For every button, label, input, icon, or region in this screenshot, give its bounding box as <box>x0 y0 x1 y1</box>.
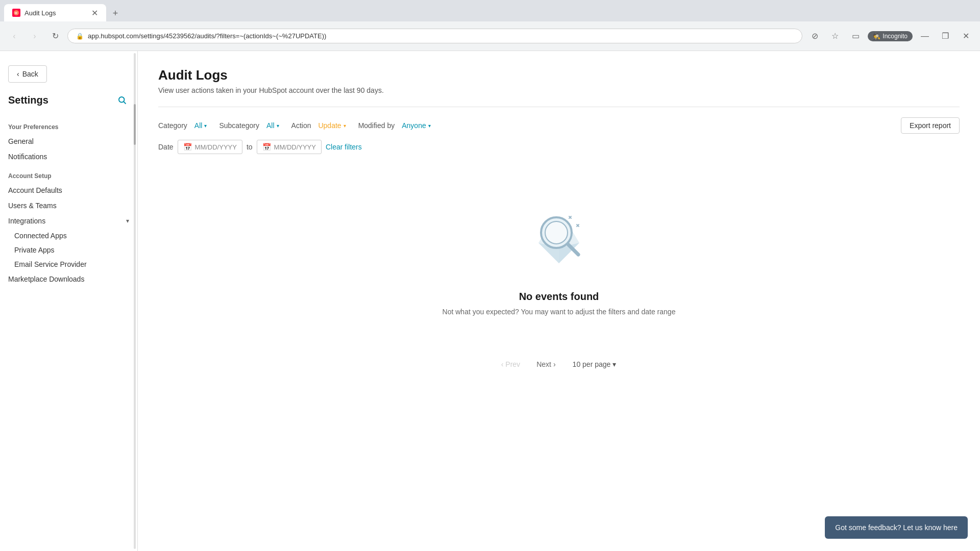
modified-by-filter-group: Modified by Anyone ▾ <box>358 119 435 132</box>
subcategory-filter-group: Subcategory All ▾ <box>219 119 283 132</box>
date-label: Date <box>158 143 174 151</box>
modified-by-value: Anyone <box>402 121 426 130</box>
minimize-btn[interactable]: — <box>917 28 933 44</box>
subcategory-value: All <box>266 121 275 130</box>
action-filter-group: Action Update ▾ <box>291 119 350 132</box>
page-title: Audit Logs <box>158 67 960 83</box>
sidebar-item-marketplace[interactable]: Marketplace Downloads <box>0 271 137 287</box>
action-dropdown[interactable]: Update ▾ <box>314 119 350 132</box>
empty-state-title: No events found <box>519 291 599 303</box>
tab-favicon: H <box>12 9 20 17</box>
sidebar-item-notifications[interactable]: Notifications <box>0 149 137 164</box>
sidebar-search-icon[interactable] <box>115 93 129 107</box>
calendar-to-icon: 📅 <box>262 143 271 151</box>
sidebar-item-integrations[interactable]: Integrations ▾ <box>0 213 137 229</box>
marketplace-label: Marketplace Downloads <box>8 275 84 283</box>
integrations-label: Integrations <box>8 217 45 225</box>
active-tab[interactable]: H Audit Logs ✕ <box>4 4 106 21</box>
profile-icon[interactable]: ▭ <box>847 28 864 44</box>
date-from-input[interactable]: 📅 MM/DD/YYYY <box>178 140 242 154</box>
category-label: Category <box>158 121 187 130</box>
sidebar-scrollbar[interactable] <box>133 51 136 551</box>
next-page-button[interactable]: Next › <box>531 357 560 371</box>
forward-nav-btn[interactable]: › <box>27 28 43 44</box>
per-page-label: 10 per page <box>573 360 611 368</box>
tab-title: Audit Logs <box>24 9 87 17</box>
date-from-placeholder: MM/DD/YYYY <box>195 143 237 151</box>
subcategory-dropdown[interactable]: All ▾ <box>262 119 283 132</box>
header-divider <box>158 107 960 107</box>
new-tab-button[interactable]: + <box>108 6 122 20</box>
lock-icon: 🔒 <box>76 33 84 40</box>
incognito-icon: 🕵 <box>873 33 880 40</box>
svg-point-2 <box>119 97 125 103</box>
sidebar-item-email-service[interactable]: Email Service Provider <box>0 257 137 271</box>
back-button[interactable]: ‹ Back <box>8 65 47 83</box>
prev-label: Prev <box>505 360 520 368</box>
private-apps-label: Private Apps <box>14 246 55 254</box>
sidebar-item-users-teams[interactable]: Users & Teams <box>0 198 137 213</box>
modified-by-dropdown[interactable]: Anyone ▾ <box>398 119 434 132</box>
maximize-btn[interactable]: ❐ <box>937 28 953 44</box>
category-filter-group: Category All ▾ <box>158 119 211 132</box>
connected-apps-label: Connected Apps <box>14 232 67 240</box>
sidebar-item-account-defaults[interactable]: Account Defaults <box>0 183 137 198</box>
address-bar[interactable]: 🔒 app.hubspot.com/settings/45239562/audi… <box>67 29 802 43</box>
subcategory-caret-icon: ▾ <box>277 123 279 129</box>
close-btn[interactable]: ✕ <box>958 28 974 44</box>
incognito-badge: 🕵 Incognito <box>868 31 913 41</box>
date-to-label: to <box>247 143 253 151</box>
subcategory-label: Subcategory <box>219 121 259 130</box>
url-text: app.hubspot.com/settings/45239562/audits… <box>88 32 794 40</box>
action-label: Action <box>291 121 311 130</box>
prev-page-button[interactable]: ‹ Prev <box>496 357 525 371</box>
date-to-placeholder: MM/DD/YYYY <box>274 143 316 151</box>
clear-filters-button[interactable]: Clear filters <box>326 143 362 151</box>
bookmark-icon[interactable]: ☆ <box>827 28 843 44</box>
main-content: Audit Logs View user actions taken in yo… <box>138 51 980 551</box>
your-preferences-label: Your Preferences <box>0 115 137 134</box>
svg-point-8 <box>545 221 568 244</box>
back-label: Back <box>22 70 38 78</box>
empty-state-illustration <box>518 197 600 279</box>
per-page-caret-icon: ▾ <box>612 360 616 368</box>
category-dropdown[interactable]: All ▾ <box>190 119 211 132</box>
filters-bar: Category All ▾ Subcategory All ▾ A <box>158 117 960 134</box>
tab-close-btn[interactable]: ✕ <box>91 8 98 18</box>
action-value: Update <box>318 121 341 130</box>
pagination: ‹ Prev Next › 10 per page ▾ <box>158 357 960 372</box>
next-arrow-icon: › <box>553 360 556 368</box>
reload-btn[interactable]: ↻ <box>47 28 63 44</box>
category-value: All <box>194 121 203 130</box>
cast-icon[interactable]: ⊘ <box>806 28 823 44</box>
date-to-input[interactable]: 📅 MM/DD/YYYY <box>257 140 322 154</box>
sidebar-title: Settings <box>8 94 48 106</box>
feedback-banner[interactable]: Got some feedback? Let us know here <box>825 516 968 539</box>
next-label: Next <box>536 360 551 368</box>
date-filter-row: Date 📅 MM/DD/YYYY to 📅 MM/DD/YYYY Clear … <box>158 140 960 154</box>
empty-state-subtitle: Not what you expected? You may want to a… <box>443 308 676 316</box>
back-nav-btn[interactable]: ‹ <box>6 28 22 44</box>
action-caret-icon: ▾ <box>344 123 346 129</box>
calendar-from-icon: 📅 <box>183 143 192 151</box>
modified-by-caret-icon: ▾ <box>428 123 431 129</box>
account-setup-label: Account Setup <box>0 164 137 183</box>
svg-line-3 <box>124 102 126 104</box>
email-service-label: Email Service Provider <box>14 260 87 268</box>
empty-state: No events found Not what you expected? Y… <box>158 166 960 336</box>
modified-by-label: Modified by <box>358 121 395 130</box>
per-page-dropdown[interactable]: 10 per page ▾ <box>567 357 622 372</box>
sidebar-item-connected-apps[interactable]: Connected Apps <box>0 229 137 243</box>
sidebar-item-private-apps[interactable]: Private Apps <box>0 243 137 257</box>
export-report-button[interactable]: Export report <box>901 117 960 134</box>
svg-text:H: H <box>15 11 17 15</box>
back-arrow-icon: ‹ <box>17 70 19 78</box>
integrations-chevron-icon: ▾ <box>126 217 129 224</box>
notifications-label: Notifications <box>8 153 47 161</box>
users-teams-label: Users & Teams <box>8 202 57 210</box>
sidebar-item-general[interactable]: General <box>0 134 137 149</box>
prev-arrow-icon: ‹ <box>501 360 504 368</box>
category-caret-icon: ▾ <box>204 123 207 129</box>
sidebar: ‹ Back Settings Your Preferences General… <box>0 51 138 551</box>
page-subtitle: View user actions taken in your HubSpot … <box>158 86 960 94</box>
